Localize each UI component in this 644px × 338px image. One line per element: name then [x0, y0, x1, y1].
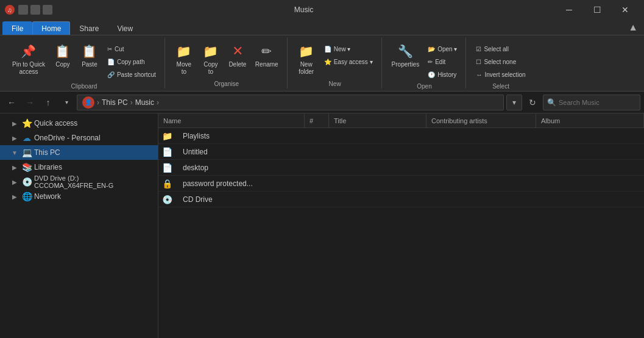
paste-shortcut-button[interactable]: 🔗 Paste shortcut [104, 68, 160, 81]
back-button[interactable]: ← [4, 95, 19, 110]
sidebar-item-dvd-drive[interactable]: ▶ 💿 DVD Drive (D:) CCCOMA_X64FRE_EN-G [0, 174, 158, 189]
new-folder-icon: 📁 [298, 43, 315, 60]
address-path[interactable]: 👤 › This PC › Music › [77, 95, 504, 110]
new-item-icon: 📄 [324, 46, 331, 52]
invert-selection-button[interactable]: ↔ Invert selection [472, 68, 529, 81]
window-controls: ─ ☐ ✕ [555, 0, 639, 20]
open-group: 🔧 Properties 📂 Open ▾ ✏ Edit 🕐 History O… [383, 38, 467, 88]
open-buttons: 🔧 Properties 📂 Open ▾ ✏ Edit 🕐 History [388, 38, 461, 81]
move-to-button[interactable]: 📁 Moveto [171, 40, 197, 78]
file-item-untitled[interactable]: 📄 Untitled [158, 144, 644, 160]
close-button[interactable]: ✕ [611, 0, 639, 20]
file-list: Name # Title Contributing artists Album … [158, 113, 644, 338]
restore-button[interactable]: ☐ [583, 0, 611, 20]
sidebar-item-network[interactable]: ▶ 🌐 Network [0, 189, 158, 204]
copy-icon: 📋 [54, 43, 71, 60]
network-icon: 🌐 [22, 192, 32, 201]
path-this-pc[interactable]: This PC [102, 98, 128, 107]
addressbar: ← → ↑ ▾ 👤 › This PC › Music › ▾ ↻ 🔍 [0, 92, 644, 113]
col-header-album[interactable]: Album [536, 113, 644, 128]
sidebar-item-quick-access[interactable]: ▶ ⭐ Quick access [0, 116, 158, 131]
paste-button[interactable]: 📋 Paste [77, 40, 102, 71]
copy-button[interactable]: 📋 Copy [50, 40, 76, 71]
organise-buttons: 📁 Moveto 📁 Copyto ✕ Delete ✏ Rename [171, 38, 282, 78]
easy-access-icon: ⭐ [324, 59, 331, 65]
select-all-icon: ☑ [476, 46, 481, 52]
clipboard-label: Clipboard [71, 81, 97, 91]
sidebar-item-label: Libraries [34, 163, 153, 171]
properties-button[interactable]: 🔧 Properties [388, 40, 423, 71]
pin-to-quick-access-button[interactable]: 📌 Pin to Quickaccess [9, 40, 49, 78]
minimize-button[interactable]: ─ [555, 0, 583, 20]
sidebar-item-onedrive[interactable]: ▶ ☁ OneDrive - Personal [0, 131, 158, 145]
open-label: Open [417, 81, 431, 91]
file-item-playlists[interactable]: 📁 Playlists [158, 128, 644, 144]
rename-icon: ✏ [258, 43, 275, 60]
col-header-hash[interactable]: # [305, 113, 329, 128]
window-title: Music [56, 5, 551, 14]
col-header-title[interactable]: Title [329, 113, 426, 128]
copy-to-button[interactable]: 📁 Copyto [198, 40, 224, 78]
file-item-password-protected[interactable]: 🔒 password protected... [158, 176, 644, 192]
new-folder-button[interactable]: 📁 Newfolder [294, 40, 319, 78]
this-pc-icon: 💻 [22, 148, 32, 157]
cut-copy-paste-col: ✂ Cut 📄 Copy path 🔗 Paste shortcut [104, 40, 160, 81]
file-item-cd-drive[interactable]: 💿 CD Drive [158, 192, 644, 207]
paste-icon: 📋 [81, 43, 98, 60]
col-header-artist[interactable]: Contributing artists [426, 113, 536, 128]
recent-locations-button[interactable]: ▾ [58, 95, 74, 110]
toolbar-icons [18, 5, 52, 15]
file-name: CD Drive [178, 195, 218, 204]
file-name: desktop [178, 164, 213, 172]
sidebar-item-this-pc[interactable]: ▼ 💻 This PC [0, 145, 158, 160]
refresh-button[interactable]: ↻ [525, 95, 540, 110]
new-dropdown-button[interactable]: 📄 New ▾ [320, 43, 377, 55]
sidebar-item-label: Network [34, 192, 153, 201]
file-list-header: Name # Title Contributing artists Album [158, 113, 644, 128]
chevron-icon: ▼ [10, 149, 19, 156]
search-icon: 🔍 [547, 98, 556, 107]
file-icon: 📄 [162, 147, 172, 157]
rename-button[interactable]: ✏ Rename [252, 40, 282, 71]
tab-home[interactable]: Home [32, 21, 70, 35]
search-input[interactable] [559, 99, 636, 106]
col-header-name[interactable]: Name [158, 113, 305, 128]
clipboard-group: 📌 Pin to Quickaccess 📋 Copy 📋 Paste ✂ Cu… [4, 38, 165, 88]
select-label: Select [492, 81, 509, 91]
cut-button[interactable]: ✂ Cut [104, 43, 160, 55]
file-name: Untitled [178, 148, 213, 156]
clipboard-buttons: 📌 Pin to Quickaccess 📋 Copy 📋 Paste ✂ Cu… [9, 38, 160, 81]
sidebar-item-libraries[interactable]: ▶ 📚 Libraries [0, 160, 158, 174]
main-area: ▶ ⭐ Quick access ▶ ☁ OneDrive - Personal… [0, 113, 644, 338]
select-all-button[interactable]: ☑ Select all [472, 43, 529, 55]
open-button[interactable]: 📂 Open ▾ [424, 43, 461, 55]
sidebar-item-label: OneDrive - Personal [34, 134, 153, 142]
select-none-button[interactable]: ☐ Select none [472, 56, 529, 68]
search-box[interactable]: 🔍 [543, 95, 640, 110]
move-to-icon: 📁 [175, 43, 193, 60]
delete-icon: ✕ [229, 43, 246, 60]
new-buttons: 📁 Newfolder 📄 New ▾ ⭐ Easy access ▾ [294, 38, 377, 78]
titlebar: ♫ Music ─ ☐ ✕ [0, 0, 644, 20]
tab-share[interactable]: Share [70, 21, 108, 35]
edit-button[interactable]: ✏ Edit [424, 56, 461, 68]
file-item-desktop[interactable]: 📄 desktop [158, 160, 644, 176]
tab-file[interactable]: File [2, 21, 32, 35]
folder-icon: 📁 [162, 131, 172, 141]
path-music[interactable]: Music [135, 98, 154, 107]
history-button[interactable]: 🕐 History [424, 68, 461, 81]
select-buttons: ☑ Select all ☐ Select none ↔ Invert sele… [472, 38, 529, 81]
quick-access-icon: ⭐ [22, 118, 32, 128]
copy-path-button[interactable]: 📄 Copy path [104, 56, 160, 68]
address-dropdown-button[interactable]: ▾ [506, 95, 522, 110]
up-button[interactable]: ↑ [40, 95, 56, 110]
invert-selection-icon: ↔ [476, 71, 482, 78]
pin-icon: 📌 [20, 43, 37, 60]
tab-view[interactable]: View [108, 21, 142, 35]
delete-button[interactable]: ✕ Delete [225, 40, 250, 71]
easy-access-button[interactable]: ⭐ Easy access ▾ [320, 56, 377, 68]
cut-icon: ✂ [107, 46, 112, 52]
forward-button[interactable]: → [22, 95, 38, 110]
ribbon-collapse-button[interactable]: ▲ [625, 21, 642, 34]
cd-drive-icon: 💿 [162, 195, 172, 204]
